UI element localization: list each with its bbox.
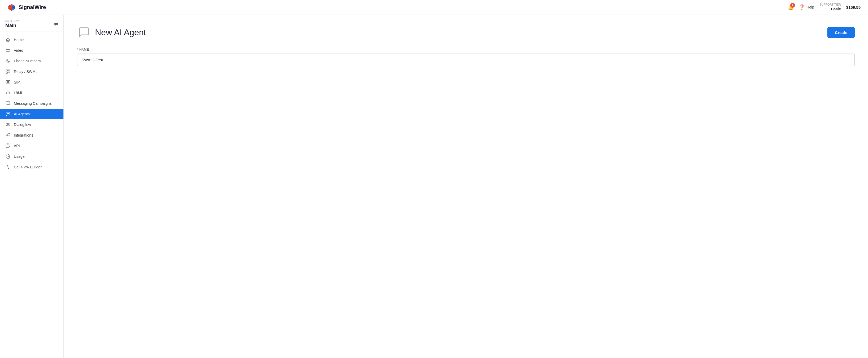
content-area: New AI Agent Create * NAME — [64, 15, 868, 358]
sidebar-item-laml[interactable]: LāML — [0, 88, 63, 98]
sidebar-item-label: Messaging Campaigns — [14, 101, 52, 105]
help-circle-icon: ❓ — [799, 4, 805, 10]
sidebar-item-call-flow-builder[interactable]: Call Flow Builder — [0, 162, 63, 172]
sidebar-item-messaging-campaigns[interactable]: Messaging Campaigns — [0, 98, 63, 109]
call-flow-icon — [5, 165, 11, 169]
sidebar-item-relay-swml[interactable]: Relay / SWML — [0, 66, 63, 77]
sidebar-item-home[interactable]: Home — [0, 34, 63, 45]
sidebar-item-label: Call Flow Builder — [14, 165, 42, 169]
page-title-icon — [77, 26, 91, 39]
sidebar-item-sip[interactable]: SIP — [0, 77, 63, 88]
svg-rect-17 — [8, 82, 8, 83]
notification-badge: 9 — [790, 3, 795, 8]
relay-icon — [5, 69, 11, 74]
sidebar-item-dialogflow[interactable]: Dialogflow — [0, 119, 63, 130]
svg-point-19 — [7, 113, 8, 114]
logo-text: SignalWire — [19, 4, 46, 10]
sidebar-item-label: Relay / SWML — [14, 69, 37, 74]
sidebar-item-usage[interactable]: Usage — [0, 151, 63, 162]
support-tier-label: SUPPORT TIER — [819, 3, 841, 7]
project-header: Project Main ⇌ — [0, 15, 63, 32]
switch-project-icon[interactable]: ⇌ — [54, 21, 58, 27]
create-button[interactable]: Create — [827, 27, 855, 38]
svg-rect-10 — [8, 70, 10, 71]
svg-rect-18 — [8, 82, 9, 83]
svg-rect-16 — [7, 82, 7, 83]
sidebar-item-label: Integrations — [14, 133, 33, 137]
svg-rect-14 — [8, 81, 8, 82]
svg-rect-8 — [6, 49, 9, 52]
phone-icon — [5, 59, 11, 63]
sidebar-item-label: Phone Numbers — [14, 59, 41, 63]
sidebar-item-video[interactable]: Video — [0, 45, 63, 56]
form-section: * NAME — [77, 48, 855, 66]
dialogflow-icon — [5, 122, 11, 127]
sidebar-item-label: Dialogflow — [14, 123, 31, 127]
sidebar-item-label: SIP — [14, 80, 20, 84]
sip-icon — [5, 80, 11, 85]
messaging-icon — [5, 101, 11, 106]
sidebar-item-phone-numbers[interactable]: Phone Numbers — [0, 56, 63, 66]
svg-rect-9 — [6, 70, 7, 71]
project-info: Project Main — [5, 20, 20, 28]
project-name: Main — [5, 23, 20, 28]
svg-point-20 — [8, 113, 8, 114]
top-header: SignalWire 🔔 9 ❓ Help SUPPORT TIER Basic… — [0, 0, 868, 15]
help-label: Help — [806, 5, 814, 9]
page-title-area: New AI Agent — [77, 26, 146, 39]
logo-area: SignalWire — [7, 3, 46, 12]
svg-rect-13 — [7, 81, 7, 82]
integrations-icon — [5, 133, 11, 138]
api-icon — [5, 143, 11, 148]
notification-button[interactable]: 🔔 9 — [788, 4, 794, 10]
support-tier-name: Basic — [831, 7, 841, 12]
sidebar-item-label: AI Agents — [14, 112, 30, 116]
svg-rect-11 — [6, 72, 7, 73]
page-header: New AI Agent Create — [77, 26, 855, 39]
laml-icon — [5, 91, 11, 95]
svg-point-21 — [8, 113, 9, 114]
sidebar-item-api[interactable]: API — [0, 140, 63, 151]
sidebar-item-label: Video — [14, 48, 23, 53]
video-icon — [5, 48, 11, 53]
usage-icon — [5, 154, 11, 159]
main-layout: Project Main ⇌ Home Video — [0, 15, 868, 358]
name-input[interactable] — [77, 54, 855, 66]
sidebar-item-label: Home — [14, 38, 24, 42]
chat-bubble-icon — [78, 26, 90, 38]
sidebar: Project Main ⇌ Home Video — [0, 15, 64, 358]
support-tier: SUPPORT TIER Basic — [819, 3, 841, 12]
nav-list: Home Video Phone Numbers — [0, 32, 63, 175]
account-balance: $159.55 — [846, 5, 861, 9]
sidebar-item-label: API — [14, 144, 20, 148]
header-right: 🔔 9 ❓ Help SUPPORT TIER Basic $159.55 — [788, 3, 861, 12]
help-button[interactable]: ❓ Help — [799, 4, 814, 10]
home-icon — [5, 37, 11, 42]
svg-rect-15 — [8, 81, 9, 82]
sidebar-item-label: Usage — [14, 154, 24, 159]
sidebar-item-label: LāML — [14, 91, 23, 95]
logo-icon — [7, 3, 16, 12]
name-field-label: * NAME — [77, 48, 855, 52]
project-label: Project — [5, 20, 20, 23]
sidebar-item-integrations[interactable]: Integrations — [0, 130, 63, 140]
ai-agents-icon — [5, 111, 11, 117]
sidebar-item-ai-agents[interactable]: AI Agents — [0, 109, 63, 119]
page-title: New AI Agent — [95, 28, 146, 37]
